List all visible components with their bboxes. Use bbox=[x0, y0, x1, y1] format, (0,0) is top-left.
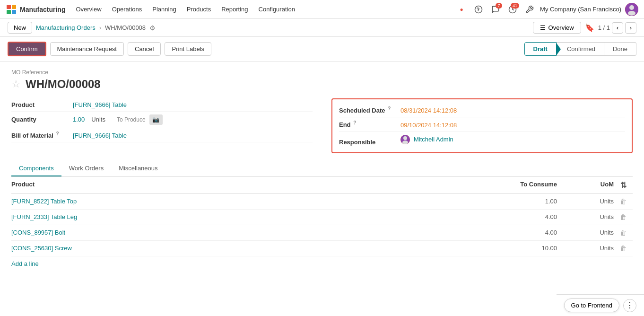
nav-products[interactable]: Products bbox=[182, 4, 216, 15]
breadcrumb-actions: ☰ Overview 🔖 1 / 1 ‹ › bbox=[533, 22, 636, 34]
svg-point-7 bbox=[629, 5, 634, 10]
new-button[interactable]: New bbox=[8, 22, 32, 34]
col-to-consume: To Consume bbox=[500, 181, 557, 190]
activity-icon[interactable]: 41 bbox=[506, 3, 519, 16]
components-table: Product To Consume UoM ⇅ [FURN_8522] Tab… bbox=[11, 177, 633, 271]
end-date-row: End ? 09/10/2024 14:12:08 bbox=[339, 117, 625, 132]
tab-miscellaneous[interactable]: Miscellaneous bbox=[111, 161, 165, 176]
form-left: Product [FURN_9666] Table Quantity 1.00 … bbox=[11, 98, 313, 153]
mo-ref-label: MO Reference bbox=[11, 69, 633, 76]
table-row: [FURN_8522] Table Top 1.00 Units 🗑 bbox=[11, 194, 633, 210]
svg-rect-1 bbox=[12, 5, 16, 9]
row-delete-0[interactable]: 🗑 bbox=[614, 198, 633, 205]
row-product-1[interactable]: [FURN_2333] Table Leg bbox=[11, 213, 500, 220]
row-consume-0: 1.00 bbox=[500, 198, 557, 205]
col-product: Product bbox=[11, 181, 500, 190]
nav-right: ● 7 41 My Company (San Francisco) bbox=[455, 3, 638, 16]
hamburger-icon: ☰ bbox=[540, 24, 546, 31]
filter-icon[interactable]: ⇅ bbox=[620, 181, 627, 189]
add-line[interactable]: Add a line bbox=[11, 256, 39, 271]
row-consume-3: 10.00 bbox=[500, 245, 557, 252]
row-uom-0: Units bbox=[557, 198, 614, 205]
camera-icon[interactable]: 📷 bbox=[149, 114, 163, 125]
responsible-label: Responsible bbox=[339, 139, 400, 146]
chat-icon[interactable]: 7 bbox=[489, 3, 502, 16]
bom-help-icon[interactable]: ? bbox=[56, 131, 59, 136]
pager-next[interactable]: › bbox=[625, 22, 636, 34]
status-bar: Draft Confirmed Done bbox=[524, 42, 636, 56]
svg-rect-3 bbox=[12, 10, 16, 14]
mo-number: WH/MO/00008 bbox=[26, 78, 101, 91]
row-uom-1: Units bbox=[557, 213, 614, 220]
nav-links: Overview Operations Planning Products Re… bbox=[71, 4, 299, 15]
to-produce-label: To Produce bbox=[117, 116, 146, 123]
mo-title: ☆ WH/MO/00008 bbox=[11, 78, 633, 91]
breadcrumb-current: WH/MO/00008 bbox=[105, 24, 146, 31]
row-product-2[interactable]: [CONS_89957] Bolt bbox=[11, 229, 500, 236]
settings-icon[interactable] bbox=[523, 3, 536, 16]
scheduled-date-value[interactable]: 08/31/2024 14:12:08 bbox=[400, 107, 457, 114]
product-label: Product bbox=[11, 101, 73, 108]
scheduled-date-help[interactable]: ? bbox=[388, 106, 391, 111]
end-label: End ? bbox=[339, 120, 400, 128]
record-icon[interactable]: ● bbox=[455, 3, 468, 16]
tab-work-orders[interactable]: Work Orders bbox=[61, 161, 111, 176]
nav-reporting[interactable]: Reporting bbox=[217, 4, 252, 15]
overview-button[interactable]: ☰ Overview bbox=[533, 22, 581, 34]
nav-planning[interactable]: Planning bbox=[148, 4, 181, 15]
row-product-3[interactable]: [CONS_25630] Screw bbox=[11, 245, 500, 252]
app-logo: Manufacturing bbox=[6, 4, 65, 15]
col-uom: UoM bbox=[557, 181, 614, 190]
breadcrumb-bar: New Manufacturing Orders › WH/MO/00008 ⚙… bbox=[0, 19, 644, 37]
quantity-row: Quantity 1.00 Units To Produce 📷 bbox=[11, 112, 313, 128]
pager-prev[interactable]: ‹ bbox=[612, 22, 623, 34]
row-consume-2: 4.00 bbox=[500, 229, 557, 236]
svg-point-10 bbox=[403, 136, 407, 140]
scheduled-date-row: Scheduled Date ? 08/31/2024 14:12:08 bbox=[339, 103, 625, 117]
quantity-unit: Units bbox=[91, 116, 105, 123]
phone-icon[interactable] bbox=[472, 3, 485, 16]
quantity-value[interactable]: 1.00 bbox=[73, 116, 85, 123]
breadcrumb-separator: › bbox=[99, 24, 101, 31]
end-help[interactable]: ? bbox=[353, 120, 356, 125]
row-product-0[interactable]: [FURN_8522] Table Top bbox=[11, 198, 500, 205]
favorite-icon[interactable]: ☆ bbox=[11, 78, 21, 90]
row-delete-3[interactable]: 🗑 bbox=[614, 245, 633, 252]
quantity-label: Quantity bbox=[11, 116, 73, 123]
tab-components[interactable]: Components bbox=[11, 161, 61, 176]
bom-label: Bill of Material ? bbox=[11, 131, 73, 139]
nav-operations[interactable]: Operations bbox=[107, 4, 147, 15]
status-draft[interactable]: Draft bbox=[524, 42, 557, 56]
table-row: [FURN_2333] Table Leg 4.00 Units 🗑 bbox=[11, 210, 633, 225]
confirm-button[interactable]: Confirm bbox=[8, 42, 46, 56]
record-settings-icon[interactable]: ⚙ bbox=[149, 24, 156, 32]
tabs: Components Work Orders Miscellaneous bbox=[11, 161, 633, 177]
responsible-name[interactable]: Mitchell Admin bbox=[414, 136, 453, 143]
row-delete-2[interactable]: 🗑 bbox=[614, 229, 633, 237]
status-confirmed[interactable]: Confirmed bbox=[557, 42, 604, 56]
right-panel: Scheduled Date ? 08/31/2024 14:12:08 End… bbox=[331, 98, 633, 153]
svg-rect-0 bbox=[7, 5, 11, 9]
bom-value[interactable]: [FURN_9666] Table bbox=[73, 132, 127, 139]
table-row: [CONS_25630] Screw 10.00 Units 🗑 bbox=[11, 241, 633, 256]
pager: 1 / 1 ‹ › bbox=[598, 22, 636, 34]
bookmark-icon[interactable]: 🔖 bbox=[585, 23, 594, 32]
app-name: Manufacturing bbox=[20, 6, 65, 13]
svg-point-8 bbox=[628, 11, 635, 16]
end-value[interactable]: 09/10/2024 14:12:08 bbox=[400, 122, 457, 129]
responsible-avatar bbox=[400, 135, 410, 144]
breadcrumb-parent[interactable]: Manufacturing Orders bbox=[36, 24, 96, 31]
nav-overview[interactable]: Overview bbox=[71, 4, 106, 15]
row-uom-3: Units bbox=[557, 245, 614, 252]
cancel-button[interactable]: Cancel bbox=[128, 42, 161, 56]
top-nav: Manufacturing Overview Operations Planni… bbox=[0, 0, 644, 19]
table-header: Product To Consume UoM ⇅ bbox=[11, 177, 633, 194]
user-avatar[interactable] bbox=[625, 3, 638, 16]
status-done[interactable]: Done bbox=[604, 42, 636, 56]
row-delete-1[interactable]: 🗑 bbox=[614, 213, 633, 221]
pager-count: 1 / 1 bbox=[598, 24, 610, 31]
print-labels-button[interactable]: Print Labels bbox=[165, 42, 211, 56]
product-value[interactable]: [FURN_9666] Table bbox=[73, 101, 127, 108]
nav-configuration[interactable]: Configuration bbox=[254, 4, 300, 15]
maintenance-request-button[interactable]: Maintenance Request bbox=[50, 42, 124, 56]
